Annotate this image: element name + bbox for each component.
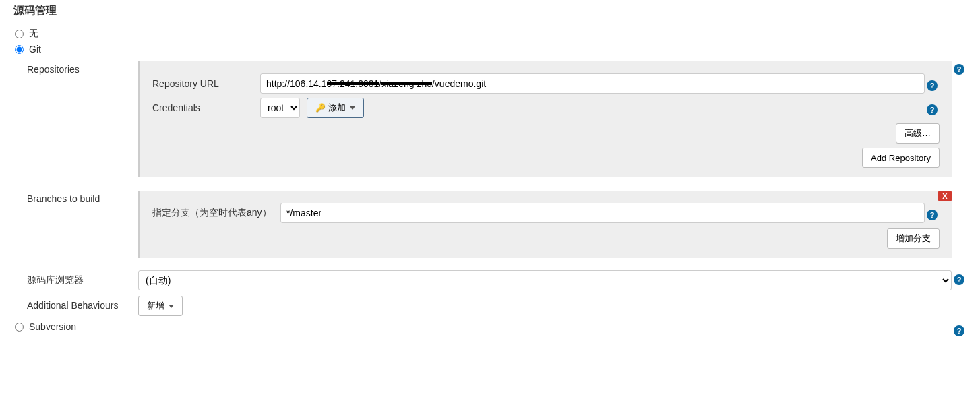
help-icon[interactable]: ? (927, 210, 938, 220)
scm-radio-subversion[interactable] (15, 323, 24, 332)
add-behaviour-label: 新增 (147, 300, 164, 312)
repo-browser-label: 源码库浏览器 (27, 270, 138, 286)
advanced-button[interactable]: 高级… (896, 123, 940, 144)
branches-panel: X 指定分支（为空时代表any） ? 增加分支 (138, 191, 952, 258)
repositories-panel: Repository URL http://106.14.107.241:000… (138, 61, 952, 177)
repo-url-input[interactable] (260, 73, 925, 94)
branch-specifier-label: 指定分支（为空时代表any） (152, 207, 280, 219)
help-icon[interactable]: ? (927, 80, 938, 91)
add-branch-button[interactable]: 增加分支 (887, 228, 940, 249)
repositories-label: Repositories (27, 60, 138, 75)
help-icon[interactable]: ? (927, 104, 938, 115)
add-credentials-label: 添加 (328, 102, 346, 114)
scm-radio-git[interactable] (15, 45, 24, 54)
scm-label-none: 无 (29, 28, 38, 40)
scm-label-subversion: Subversion (29, 321, 76, 332)
key-icon: 🔑 (315, 103, 326, 113)
chevron-down-icon (350, 106, 355, 110)
chevron-down-icon (169, 305, 174, 308)
branches-row: Branches to build X 指定分支（为空时代表any） ? 增加分… (27, 189, 967, 265)
branch-specifier-input[interactable] (280, 203, 925, 223)
repo-url-label: Repository URL (152, 78, 260, 89)
scm-option-git[interactable]: Git (13, 44, 967, 55)
add-repository-button[interactable]: Add Repository (862, 148, 940, 168)
help-icon[interactable]: ? (954, 325, 964, 336)
credentials-select[interactable]: root (260, 98, 300, 118)
add-behaviour-button[interactable]: 新增 (138, 296, 183, 316)
repo-browser-select[interactable]: (自动) (138, 270, 952, 290)
help-icon[interactable]: ? (954, 274, 964, 285)
scm-label-git: Git (29, 44, 41, 55)
repositories-row: Repositories Repository URL http://106.1… (27, 60, 967, 184)
delete-branch-button[interactable]: X (938, 191, 952, 201)
additional-behaviours-label: Additional Behaviours (27, 296, 138, 311)
add-credentials-button[interactable]: 🔑 添加 (307, 98, 364, 118)
additional-behaviours-row: Additional Behaviours 新增 (27, 296, 967, 316)
branches-label: Branches to build (27, 189, 138, 204)
scm-radio-none[interactable] (15, 30, 24, 38)
scm-option-none[interactable]: 无 (13, 28, 967, 40)
section-title-scm: 源码管理 (13, 4, 967, 18)
credentials-label: Credentials (152, 102, 260, 113)
repo-browser-row: 源码库浏览器 (自动) ? (27, 270, 967, 290)
help-icon[interactable]: ? (954, 64, 964, 75)
